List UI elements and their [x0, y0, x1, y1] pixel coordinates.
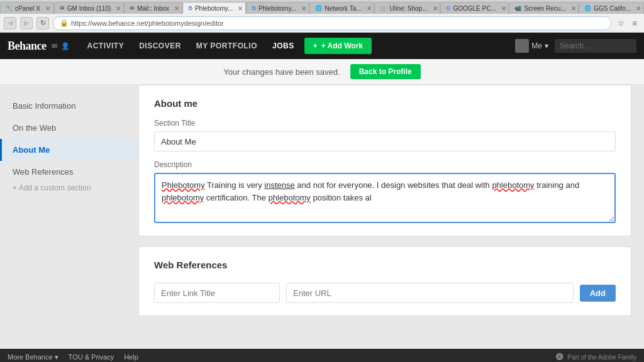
url-input[interactable]: [286, 283, 574, 303]
address-text: https://www.behance.net/phlebotomydesign…: [71, 19, 224, 27]
link-title-input[interactable]: [154, 283, 280, 303]
tab-network[interactable]: 🌐 Network Ta... ✕: [309, 2, 374, 14]
more-behance-link[interactable]: More Behance ▾: [8, 353, 58, 361]
close-icon[interactable]: ✕: [301, 5, 306, 12]
tab-label: GM Inbox (110): [67, 5, 111, 12]
tab-label: Mail:: Inbox: [137, 5, 169, 12]
nav-discover[interactable]: DISCOVER: [131, 33, 189, 59]
add-work-label: + Add Work: [321, 41, 363, 50]
notification-icon[interactable]: 👤: [61, 42, 70, 50]
footer: More Behance ▾ TOU & Privacy Help 🅐 Part…: [0, 349, 644, 362]
star-icon[interactable]: ☆: [615, 18, 626, 29]
browser-tabs: 🔧 cPanel X ✕ ✉ GM Inbox (110) ✕ ✉ Mail::…: [0, 0, 644, 14]
nav-icons: ✉ 👤: [52, 42, 70, 50]
address-bar[interactable]: 🔒 https://www.behance.net/phlebotomydesi…: [53, 16, 611, 30]
close-icon[interactable]: ✕: [45, 5, 50, 12]
close-icon[interactable]: ✕: [433, 5, 438, 12]
back-to-profile-button[interactable]: Back to Profile: [350, 64, 421, 79]
browser-toolbar: ◀ ▶ ↻ 🔒 https://www.behance.net/phleboto…: [0, 14, 644, 33]
refresh-button[interactable]: ↻: [36, 17, 49, 30]
tab-label: GOOGLE PC...: [453, 5, 496, 12]
section-title-input[interactable]: [154, 131, 616, 151]
close-icon[interactable]: ✕: [116, 5, 121, 12]
about-me-heading: About me: [154, 98, 616, 109]
user-menu[interactable]: Me ▾: [515, 39, 548, 53]
adobe-text: Part of the Adobe Family: [567, 354, 636, 361]
behance-logo: Behance: [8, 40, 47, 53]
description-label: Description: [154, 160, 616, 169]
tab-label: cPanel X: [15, 5, 40, 12]
nav-activity[interactable]: ACTIVITY: [80, 33, 132, 59]
browser-actions: ☆ ≡: [615, 18, 640, 29]
menu-icon[interactable]: ≡: [629, 18, 640, 29]
sidebar-item-on-the-web[interactable]: On the Web: [0, 117, 138, 139]
nav-portfolio[interactable]: MY PORTFOLIO: [189, 33, 265, 59]
main-container: Basic Information On the Web About Me We…: [0, 85, 644, 349]
tab-phlebotomy2[interactable]: B Phlebotomy... ✕: [246, 2, 309, 14]
tab-screen[interactable]: 📹 Screen Recu... ✕: [509, 2, 579, 14]
saved-message: Your changes have been saved.: [223, 67, 340, 77]
tab-label: Screen Recu...: [524, 5, 565, 12]
tou-privacy-link[interactable]: TOU & Privacy: [69, 353, 114, 361]
avatar: [515, 39, 529, 53]
tab-uline[interactable]: 🛒 Uline: Shop... ✕: [374, 2, 440, 14]
web-references-heading: Web References: [154, 260, 616, 270]
close-icon[interactable]: ✕: [571, 5, 576, 12]
close-icon[interactable]: ✕: [367, 5, 372, 12]
web-references-row: Add: [154, 283, 616, 303]
section-title-label: Section Title: [154, 119, 616, 128]
tab-label: GGS Califo...: [594, 5, 631, 12]
tab-google[interactable]: G GOOGLE PC... ✕: [440, 2, 509, 14]
saved-banner: Your changes have been saved. Back to Pr…: [0, 59, 644, 85]
nav-jobs[interactable]: JOBS: [265, 33, 302, 59]
sidebar-item-basic-info[interactable]: Basic Information: [0, 95, 138, 117]
adobe-attribution: 🅐 Part of the Adobe Family: [556, 353, 636, 361]
close-icon[interactable]: ✕: [636, 5, 641, 12]
help-link[interactable]: Help: [124, 353, 138, 361]
close-icon[interactable]: ✕: [501, 5, 506, 12]
tab-mail[interactable]: ✉ Mail:: Inbox ✕: [124, 2, 183, 14]
content-area: About me Section Title Description Phleb…: [138, 85, 644, 349]
close-icon[interactable]: ✕: [238, 5, 243, 12]
chevron-down-icon: ▾: [545, 41, 548, 50]
sidebar: Basic Information On the Web About Me We…: [0, 85, 138, 349]
tab-phlebotomy-active[interactable]: B Phlebotomy... ✕: [182, 2, 246, 14]
description-textarea[interactable]: Phlebotomy Training is very instense and…: [154, 173, 616, 223]
add-custom-section-button[interactable]: + Add a custom section: [0, 177, 103, 199]
user-label: Me: [531, 41, 542, 50]
adobe-icon: 🅐: [556, 353, 564, 361]
search-input[interactable]: [555, 39, 636, 53]
add-button[interactable]: Add: [580, 285, 616, 302]
back-button[interactable]: ◀: [4, 17, 16, 30]
about-me-card: About me Section Title Description Phleb…: [138, 85, 631, 236]
sidebar-item-about-me[interactable]: About Me: [0, 139, 138, 161]
web-references-card: Web References Add: [138, 246, 631, 316]
tab-label: Phlebotomy...: [258, 5, 296, 12]
tab-label: Network Ta...: [325, 5, 361, 12]
add-work-button[interactable]: + + Add Work: [304, 38, 372, 54]
close-icon[interactable]: ✕: [174, 5, 179, 12]
plus-icon: +: [313, 41, 318, 50]
tab-gmail[interactable]: ✉ GM Inbox (110) ✕: [54, 2, 124, 14]
tab-label: Uline: Shop...: [389, 5, 427, 12]
message-icon[interactable]: ✉: [52, 42, 57, 50]
tab-cpanel[interactable]: 🔧 cPanel X ✕: [0, 2, 54, 14]
forward-button[interactable]: ▶: [20, 17, 33, 30]
tab-ggs[interactable]: 🌐 GGS Califo... ✕: [579, 2, 644, 14]
tab-label: Phlebotomy...: [195, 5, 233, 12]
behance-navbar: Behance ✉ 👤 ACTIVITY DISCOVER MY PORTFOL…: [0, 33, 644, 59]
